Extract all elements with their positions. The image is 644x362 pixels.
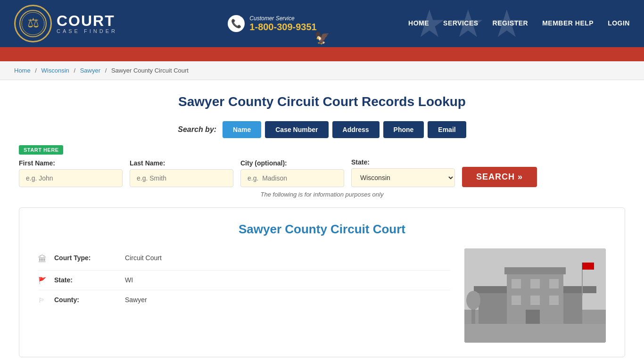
breadcrumb-sep-2: / bbox=[74, 67, 75, 74]
breadcrumb: Home / Wisconsin / Sawyer / Sawyer Count… bbox=[0, 61, 644, 80]
svg-rect-18 bbox=[582, 263, 594, 270]
logo-case-finder-label: CASE FINDER bbox=[57, 28, 117, 34]
breadcrumb-sep-1: / bbox=[35, 67, 37, 74]
info-note: The following is for information purpose… bbox=[19, 191, 625, 198]
court-county-value: Sawyer bbox=[125, 296, 147, 304]
form-row: First Name: Last Name: City (optional): … bbox=[19, 158, 625, 187]
last-name-label: Last Name: bbox=[130, 159, 233, 167]
tab-phone[interactable]: Phone bbox=[383, 121, 424, 138]
breadcrumb-current: Sawyer County Circuit Court bbox=[111, 67, 189, 74]
main-content: Sawyer County Circuit Court Records Look… bbox=[0, 80, 644, 362]
svg-rect-16 bbox=[526, 310, 540, 324]
svg-rect-4 bbox=[464, 324, 606, 343]
tab-name[interactable]: Name bbox=[223, 121, 261, 138]
svg-rect-12 bbox=[549, 279, 559, 288]
search-by-row: Search by: Name Case Number Address Phon… bbox=[19, 121, 625, 138]
nav-member-help[interactable]: MEMBER HELP bbox=[542, 19, 594, 28]
tab-case-number[interactable]: Case Number bbox=[265, 121, 328, 138]
court-type-row: 🏛 Court Type: Circuit Court bbox=[38, 248, 450, 271]
search-by-label: Search by: bbox=[178, 125, 216, 134]
breadcrumb-sep-3: / bbox=[105, 67, 107, 74]
eagle-emblem: ★ ★ ★ 🦅 ★ ★ ★ bbox=[292, 31, 352, 45]
court-type-icon: 🏛 bbox=[38, 255, 50, 264]
state-select[interactable]: Wisconsin Alabama Alaska Arizona bbox=[351, 168, 455, 187]
svg-rect-6 bbox=[474, 286, 512, 293]
city-label: City (optional): bbox=[240, 159, 344, 167]
tab-address[interactable]: Address bbox=[332, 121, 380, 138]
court-info-content: 🏛 Court Type: Circuit Court 🚩 State: WI … bbox=[38, 248, 606, 343]
logo-court-label: COURT bbox=[57, 13, 117, 28]
nav-services[interactable]: SERVICES bbox=[443, 19, 479, 28]
logo-text: COURT CASE FINDER bbox=[57, 13, 117, 34]
svg-rect-11 bbox=[530, 279, 540, 288]
svg-rect-14 bbox=[530, 296, 540, 305]
page-title: Sawyer County Circuit Court Records Look… bbox=[19, 94, 625, 109]
svg-rect-15 bbox=[549, 296, 559, 305]
court-county-label: County: bbox=[54, 296, 120, 304]
court-type-value: Circuit Court bbox=[125, 254, 162, 262]
main-nav: HOME SERVICES REGISTER MEMBER HELP LOGIN bbox=[408, 19, 630, 28]
nav-login[interactable]: LOGIN bbox=[608, 19, 630, 28]
court-county-row: 🏳 County: Sawyer bbox=[38, 290, 450, 310]
search-button[interactable]: SEARCH » bbox=[462, 167, 537, 187]
state-group: State: Wisconsin Alabama Alaska Arizona bbox=[351, 158, 455, 187]
last-name-input[interactable] bbox=[130, 169, 233, 187]
header-banner: ★ ★ ★ 🦅 ★ ★ ★ bbox=[0, 47, 644, 61]
start-here-badge: START HERE bbox=[19, 145, 63, 155]
breadcrumb-sawyer[interactable]: Sawyer bbox=[80, 67, 100, 74]
customer-service-label: Customer Service bbox=[249, 15, 316, 22]
city-input[interactable] bbox=[240, 169, 344, 187]
tab-email[interactable]: Email bbox=[428, 121, 466, 138]
svg-text:⚖: ⚖ bbox=[27, 16, 39, 30]
state-label: State: bbox=[351, 158, 455, 166]
nav-register[interactable]: REGISTER bbox=[493, 19, 528, 28]
breadcrumb-home[interactable]: Home bbox=[14, 67, 31, 74]
first-name-group: First Name: bbox=[19, 159, 123, 187]
phone-text: Customer Service 1-800-309-9351 bbox=[249, 15, 316, 33]
court-info-box: Sawyer County Circuit Court 🏛 Court Type… bbox=[19, 207, 625, 357]
svg-rect-10 bbox=[512, 279, 521, 288]
court-photo bbox=[464, 248, 606, 343]
last-name-group: Last Name: bbox=[130, 159, 233, 187]
svg-rect-9 bbox=[504, 267, 566, 274]
breadcrumb-wisconsin[interactable]: Wisconsin bbox=[41, 67, 69, 74]
logo-emblem: ⚖ bbox=[14, 5, 52, 42]
svg-point-20 bbox=[466, 291, 480, 310]
phone-area: 📞 Customer Service 1-800-309-9351 bbox=[228, 15, 316, 33]
court-state-icon: 🚩 bbox=[38, 277, 50, 284]
court-type-label: Court Type: bbox=[54, 254, 120, 262]
search-form-container: START HERE First Name: Last Name: City (… bbox=[19, 145, 625, 187]
court-info-details: 🏛 Court Type: Circuit Court 🚩 State: WI … bbox=[38, 248, 450, 343]
svg-rect-13 bbox=[512, 296, 521, 305]
first-name-label: First Name: bbox=[19, 159, 123, 167]
nav-home[interactable]: HOME bbox=[408, 19, 429, 28]
court-state-label: State: bbox=[54, 276, 120, 284]
court-county-icon: 🏳 bbox=[38, 296, 50, 304]
svg-rect-7 bbox=[559, 286, 596, 293]
court-state-value: WI bbox=[125, 276, 133, 284]
phone-icon: 📞 bbox=[228, 15, 245, 32]
first-name-input[interactable] bbox=[19, 169, 123, 187]
court-info-title: Sawyer County Circuit Court bbox=[38, 222, 606, 237]
city-group: City (optional): bbox=[240, 159, 344, 187]
logo-area: ⚖ COURT CASE FINDER bbox=[14, 5, 117, 42]
court-state-row: 🚩 State: WI bbox=[38, 271, 450, 290]
